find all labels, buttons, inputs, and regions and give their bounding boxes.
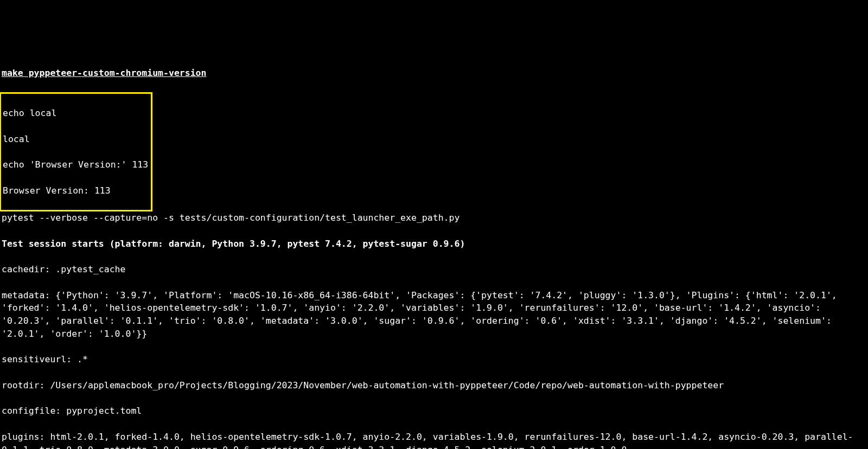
pytest-command: pytest --verbose --capture=no -s tests/c… bbox=[0, 211, 868, 224]
make-command: make pyppeteer-custom-chromium-version bbox=[2, 68, 207, 78]
echo-browser-cmd: echo 'Browser Version:' 113 bbox=[1, 158, 150, 171]
terminal-output[interactable]: make pyppeteer-custom-chromium-version e… bbox=[0, 54, 868, 449]
cachedir-line: cachedir: .pytest_cache bbox=[0, 263, 868, 276]
sensitiveurl-line: sensitiveurl: .* bbox=[0, 353, 868, 366]
configfile-line: configfile: pyproject.toml bbox=[0, 405, 868, 418]
metadata-line: metadata: {'Python': '3.9.7', 'Platform'… bbox=[0, 289, 868, 341]
echo-local-cmd: echo local bbox=[1, 107, 150, 120]
plugins-line: plugins: html-2.0.1, forked-1.4.0, helio… bbox=[0, 431, 868, 449]
echo-browser-out: Browser Version: 113 bbox=[1, 184, 150, 197]
echo-local-out: local bbox=[1, 133, 150, 146]
rootdir-line: rootdir: /Users/applemacbook_pro/Project… bbox=[0, 379, 868, 392]
session-start: Test session starts (platform: darwin, P… bbox=[0, 238, 868, 251]
highlighted-region: echo local local echo 'Browser Version:'… bbox=[0, 92, 152, 211]
